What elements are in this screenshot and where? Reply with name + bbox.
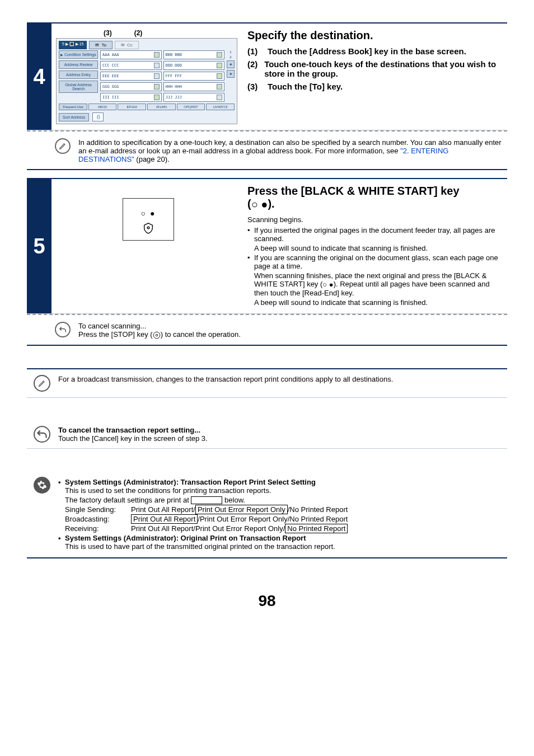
sys1-a: This is used to set the conditions for p… bbox=[58, 486, 503, 495]
gear-icon bbox=[34, 477, 50, 494]
address-cell[interactable]: CCC CCC bbox=[100, 61, 162, 70]
back-icon bbox=[55, 322, 71, 337]
cancel-transaction-note: To cancel the transaction report setting… bbox=[27, 420, 507, 449]
broadcast-note-text: For a broadcast transmission, changes to… bbox=[58, 375, 503, 392]
item-2-num: (2) bbox=[247, 59, 259, 78]
row-single-sending: Single Sending:Print Out All Report/Prin… bbox=[58, 505, 503, 514]
step-4: 4 (3) (2) 5 ▶ 🔳 ▶ 15 ✉To ✉Cc Condition S… bbox=[27, 22, 507, 130]
step-4-number: 4 bbox=[27, 24, 51, 130]
tab-efghi[interactable]: EFGHI bbox=[118, 104, 146, 110]
cc-button[interactable]: ✉Cc bbox=[115, 41, 139, 49]
cancel-scanning-text: To cancel scanning... Press the [STOP] k… bbox=[78, 322, 241, 339]
step-5-cancel-note: To cancel scanning... Press the [STOP] k… bbox=[27, 314, 507, 346]
to-button[interactable]: ✉To bbox=[89, 41, 112, 49]
mail-icon bbox=[217, 73, 222, 79]
address-cell[interactable]: DDD DDD bbox=[163, 61, 225, 70]
mail-icon bbox=[154, 84, 160, 90]
address-cell[interactable]: JJJ JJJ bbox=[163, 93, 225, 102]
bw-indicator-icon: ○ ● bbox=[141, 209, 156, 218]
svg-point-1 bbox=[153, 332, 160, 339]
sys1-b: The factory default settings are print a… bbox=[58, 496, 503, 505]
scroll-down-button[interactable]: ✦ bbox=[227, 70, 235, 78]
bw-key-icon: ○ ● bbox=[322, 280, 333, 289]
row-receiving: Receiving:Print Out All Report/Print Out… bbox=[58, 524, 503, 533]
sort-address-button[interactable]: Sort Address bbox=[59, 113, 89, 121]
global-address-search-button[interactable]: Global Address Search bbox=[59, 81, 98, 93]
envelope-icon: ✉ bbox=[95, 43, 99, 48]
item-1-num: (1) bbox=[247, 46, 262, 56]
callout-2: (2) bbox=[134, 29, 143, 37]
item-2-text: Touch one-touch keys of the destinations… bbox=[264, 59, 503, 78]
address-cell[interactable]: EEE EEE bbox=[100, 72, 162, 81]
mail-icon bbox=[217, 63, 222, 68]
alpha-tabs: Frequent Use ABCD EFGHI JKLMN OPQRST UVW… bbox=[59, 104, 235, 110]
condition-settings-button[interactable]: Condition Settings bbox=[59, 50, 98, 59]
phone-icon bbox=[217, 95, 222, 100]
breadcrumb: 5 ▶ 🔳 ▶ 15 bbox=[59, 41, 87, 49]
step-4-note-text: In addition to specification by a one-to… bbox=[78, 138, 504, 163]
scroll-up-button[interactable]: ✦ bbox=[227, 60, 235, 68]
scanning-begins: Scanning begins. bbox=[247, 215, 503, 224]
row-broadcasting: Broadcasting:Print Out All Report/Print … bbox=[58, 515, 503, 523]
address-cell[interactable]: III III bbox=[100, 93, 162, 102]
step-4-illustration: (3) (2) 5 ▶ 🔳 ▶ 15 ✉To ✉Cc Condition Set… bbox=[56, 29, 241, 124]
address-cell[interactable]: BBB BBB bbox=[163, 50, 225, 59]
pencil-icon bbox=[34, 375, 50, 392]
step-4-heading: Specify the destination. bbox=[247, 29, 503, 42]
page-number: 98 bbox=[27, 592, 507, 610]
mail-icon bbox=[217, 84, 222, 90]
back-icon bbox=[34, 426, 50, 443]
step-4-text: Specify the destination. (1)Touch the [A… bbox=[247, 29, 503, 124]
item-3-num: (3) bbox=[247, 82, 262, 91]
callout-3: (3) bbox=[104, 29, 112, 37]
step-4-note: In addition to specification by a one-to… bbox=[27, 130, 507, 170]
step-5-illustration: ○ ● bbox=[56, 185, 241, 308]
tab-uvwxyz[interactable]: UVWXYZ bbox=[206, 104, 235, 110]
mail-icon bbox=[154, 95, 160, 100]
mail-icon bbox=[154, 52, 160, 58]
step-5-heading: Press the [BLACK & WHITE START] key (○ ●… bbox=[247, 185, 503, 211]
address-cell[interactable]: FFF FFF bbox=[163, 72, 225, 81]
system-settings-note: System Settings (Administrator): Transac… bbox=[27, 471, 507, 559]
sort-mode-button[interactable]: ⎙ bbox=[92, 112, 104, 121]
tab-abcd[interactable]: ABCD bbox=[88, 104, 117, 110]
address-grid: AAA AAA BBB BBB CCC CCC DDD DDD EEE EEE … bbox=[100, 50, 224, 102]
step-5-number: 5 bbox=[27, 179, 51, 313]
start-key-icon bbox=[142, 222, 154, 234]
bullet-2c: A beep will sound to indicate that scann… bbox=[247, 298, 503, 307]
envelope-icon: ✉ bbox=[121, 43, 125, 48]
mail-icon bbox=[217, 52, 222, 58]
bullet-1: If you inserted the original pages in th… bbox=[247, 226, 503, 243]
tab-opqrst[interactable]: OPQRST bbox=[177, 104, 205, 110]
tab-jklmn[interactable]: JKLMN bbox=[147, 104, 176, 110]
bullet-1b: A beep will sound to indicate that scann… bbox=[247, 244, 503, 252]
sys2-title: System Settings (Administrator): Origina… bbox=[58, 534, 503, 542]
bullet-2: If you are scanning the original on the … bbox=[247, 253, 503, 270]
phone-icon bbox=[154, 73, 160, 79]
step-5: 5 ○ ● Press the [BLACK & WHITE START] ke… bbox=[27, 178, 507, 314]
item-3-text: Touch the [To] key. bbox=[268, 82, 343, 91]
tab-frequent[interactable]: Frequent Use bbox=[59, 104, 87, 110]
sys2-a: This is used to have part of the transmi… bbox=[58, 542, 503, 551]
svg-point-2 bbox=[156, 334, 158, 336]
stop-key-icon bbox=[153, 331, 161, 339]
sys1-title: System Settings (Administrator): Transac… bbox=[58, 478, 503, 486]
bw-key-icon: ○ ● bbox=[251, 198, 268, 211]
step-5-text: Press the [BLACK & WHITE START] key (○ ●… bbox=[247, 185, 503, 308]
address-book-screen: 5 ▶ 🔳 ▶ 15 ✉To ✉Cc Condition Settings Ad… bbox=[56, 38, 237, 124]
item-1-text: Touch the [Address Book] key in the base… bbox=[268, 46, 466, 56]
blank-box bbox=[191, 496, 222, 504]
phone-icon bbox=[154, 63, 160, 68]
bullet-2b: When scanning finishes, place the next o… bbox=[247, 271, 503, 297]
broadcast-note: For a broadcast transmission, changes to… bbox=[27, 368, 507, 398]
scrollbar: 1 2 ✦ ✦ bbox=[227, 50, 235, 102]
svg-point-0 bbox=[147, 227, 149, 229]
address-review-button[interactable]: Address Review bbox=[59, 60, 98, 69]
address-cell[interactable]: HHH HHH bbox=[163, 82, 225, 91]
cancel-transaction-body: Touch the [Cancel] key in the screen of … bbox=[58, 434, 503, 443]
address-entry-button[interactable]: Address Entry bbox=[59, 71, 98, 79]
address-cell[interactable]: AAA AAA bbox=[100, 50, 162, 59]
cancel-transaction-title: To cancel the transaction report setting… bbox=[58, 426, 503, 434]
pencil-icon bbox=[55, 138, 71, 154]
address-cell[interactable]: GGG GGG bbox=[100, 82, 162, 91]
